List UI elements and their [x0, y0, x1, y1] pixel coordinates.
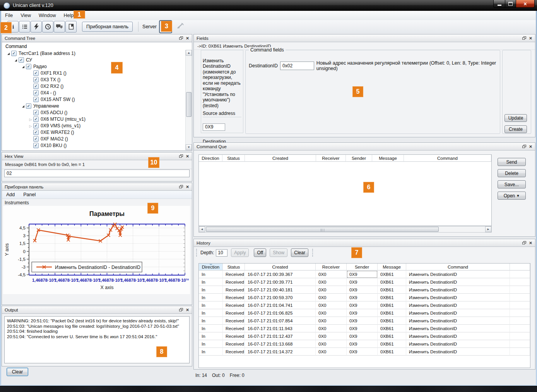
minimize-button[interactable] — [493, 0, 505, 8]
expanded-icon[interactable] — [21, 64, 26, 69]
table-cell[interactable]: 0X0 — [316, 270, 347, 278]
table-cell[interactable]: 0X0 — [316, 294, 347, 301]
command-queue-header[interactable]: Command Que × — [194, 143, 535, 151]
close-icon[interactable]: × — [528, 240, 534, 246]
table-cell[interactable]: 0X9 — [347, 278, 378, 286]
open-button[interactable]: Open ▼ — [498, 192, 526, 200]
tree-node[interactable]: ✓0X5 ADCU () — [2, 109, 186, 116]
table-row[interactable]: InReceived16-07-17 21:01:13.6680X00X90XB… — [199, 340, 530, 348]
tree-node[interactable]: ✓0X15 ANT SW () — [2, 96, 186, 103]
column-header-receiver[interactable]: Receiver — [316, 264, 347, 270]
table-cell[interactable]: 0X9 — [347, 325, 378, 332]
history-clear-button[interactable]: Clear — [291, 248, 308, 257]
off-button[interactable]: Off — [254, 248, 266, 257]
history-header[interactable]: History × — [194, 239, 535, 247]
table-cell[interactable]: 0X0 — [316, 278, 347, 286]
table-cell[interactable]: 0XB61 — [378, 278, 406, 286]
table-cell[interactable]: In — [199, 301, 223, 309]
tree-node[interactable]: ✓ТестСат1 (Base address 1) — [2, 50, 186, 56]
menu-item-view[interactable]: View — [17, 12, 35, 19]
tree-checkbox[interactable]: ✓ — [33, 130, 39, 135]
column-header-command[interactable]: Command — [404, 155, 491, 162]
table-cell[interactable]: 16-07-17 21:00:39.771 — [245, 278, 316, 286]
table-cell[interactable]: 0XB61 — [378, 340, 406, 348]
table-cell[interactable]: 0X9 — [347, 317, 378, 325]
table-cell[interactable]: 0XB61 — [378, 325, 406, 332]
table-cell[interactable] — [510, 348, 530, 356]
close-icon[interactable]: × — [185, 184, 190, 190]
table-cell[interactable] — [510, 325, 530, 332]
expanded-icon[interactable] — [21, 103, 26, 109]
table-cell[interactable]: 0X9 — [347, 294, 378, 301]
table-cell[interactable]: 16-07-17 21:01:13.668 — [245, 340, 316, 348]
table-cell[interactable]: 0X0 — [316, 286, 347, 294]
tree-node[interactable]: ✓0X10 BKU () — [2, 142, 186, 149]
table-cell[interactable]: Изменить DestinationID — [406, 309, 510, 317]
send-button[interactable]: Send — [498, 158, 526, 166]
tree-vertical-scrollbar[interactable]: ▲ ▼ — [185, 50, 192, 150]
float-icon[interactable] — [521, 240, 527, 246]
table-cell[interactable]: 16-07-17 21:01:04.741 — [245, 301, 316, 309]
table-cell[interactable]: Received — [223, 340, 245, 348]
table-cell[interactable]: 16-07-17 21:01:06.825 — [245, 309, 316, 317]
table-cell[interactable]: 0X0 — [316, 332, 347, 340]
table-cell[interactable]: 0X0 — [316, 325, 347, 332]
table-cell[interactable]: In — [199, 270, 223, 278]
table-row[interactable]: InReceived16-07-17 21:01:04.7410X00X90XB… — [199, 301, 530, 309]
table-row[interactable]: InReceived16-07-17 21:01:12.4370X00X90XB… — [199, 332, 530, 340]
tree-checkbox[interactable]: ✓ — [33, 123, 39, 128]
expanded-icon[interactable] — [6, 51, 11, 56]
toolbar-grip[interactable] — [312, 249, 314, 257]
table-cell[interactable]: 16-07-17 21:00:39.367 — [245, 270, 316, 278]
tree-node[interactable]: ▷✓0X6 MTCU (mtcu_v1) — [2, 116, 186, 122]
collapse-icon[interactable]: ▷ — [28, 123, 33, 128]
table-cell[interactable]: 0X9 — [347, 286, 378, 294]
scroll-thumb[interactable] — [206, 227, 439, 232]
table-cell[interactable]: Изменить DestinationID — [406, 286, 510, 294]
column-header-direction[interactable]: Direction — [199, 264, 223, 270]
table-row[interactable]: InReceived16-07-17 21:01:06.8250X00X90XB… — [199, 309, 530, 317]
float-icon[interactable] — [178, 307, 184, 313]
column-header-command[interactable]: Command — [406, 264, 510, 270]
table-cell[interactable]: 16-07-17 21:01:14.372 — [245, 348, 316, 356]
close-icon[interactable]: × — [185, 36, 190, 41]
fields-header[interactable]: Fields × — [194, 34, 535, 42]
tree-node[interactable]: ✓0XF MAG2 () — [2, 135, 186, 142]
column-header-sender[interactable]: Sender — [346, 155, 372, 162]
float-icon[interactable] — [178, 36, 184, 41]
table-cell[interactable] — [510, 286, 530, 294]
table-cell[interactable] — [510, 294, 530, 301]
table-row[interactable]: InReceived16-07-17 21:01:07.8540X00X90XB… — [199, 317, 530, 325]
table-cell[interactable] — [510, 301, 530, 309]
table-cell[interactable]: 0X9 — [347, 348, 378, 356]
tree-node[interactable]: ✓СУ — [2, 56, 186, 63]
table-cell[interactable]: Received — [223, 278, 245, 286]
table-cell[interactable]: 0X0 — [316, 309, 347, 317]
collapse-icon[interactable]: ▷ — [28, 116, 33, 122]
tree-node[interactable]: ✓0X3 TX () — [2, 76, 186, 83]
tree-checkbox[interactable]: ✓ — [33, 84, 39, 89]
table-cell[interactable]: 0XB61 — [378, 309, 406, 317]
column-header-created[interactable]: Created — [245, 155, 316, 162]
table-cell[interactable]: 0XB61 — [378, 317, 406, 325]
column-header-created[interactable]: Created — [245, 264, 316, 270]
table-row[interactable]: InReceived16-07-17 21:00:40.1810X00X90XB… — [199, 286, 530, 294]
tree-checkbox[interactable]: ✓ — [11, 51, 17, 56]
output-clear-button[interactable]: Clear — [7, 368, 28, 376]
table-cell[interactable] — [510, 278, 530, 286]
scroll-down-icon[interactable]: ▼ — [186, 144, 192, 150]
column-header-filler[interactable] — [510, 264, 530, 270]
tree-node[interactable]: ✓0XE WRATE2 () — [2, 129, 186, 135]
titlebar[interactable]: Unican client v.120 × — [0, 0, 537, 11]
tree-node[interactable]: ✓0X4 - () — [2, 89, 186, 96]
close-icon[interactable]: × — [185, 154, 190, 159]
menu-item-window[interactable]: Window — [35, 12, 60, 19]
hex-view-header[interactable]: Hex View × — [2, 152, 192, 160]
table-cell[interactable] — [510, 270, 530, 278]
column-header-receiver[interactable]: Receiver — [316, 155, 346, 162]
create-button[interactable]: Create — [505, 125, 527, 133]
close-icon[interactable]: × — [528, 144, 534, 149]
scroll-thumb[interactable] — [186, 92, 192, 117]
dashboard-toggle-button[interactable]: Приборная панель — [82, 22, 133, 32]
table-cell[interactable]: 0XB61 — [378, 294, 406, 301]
